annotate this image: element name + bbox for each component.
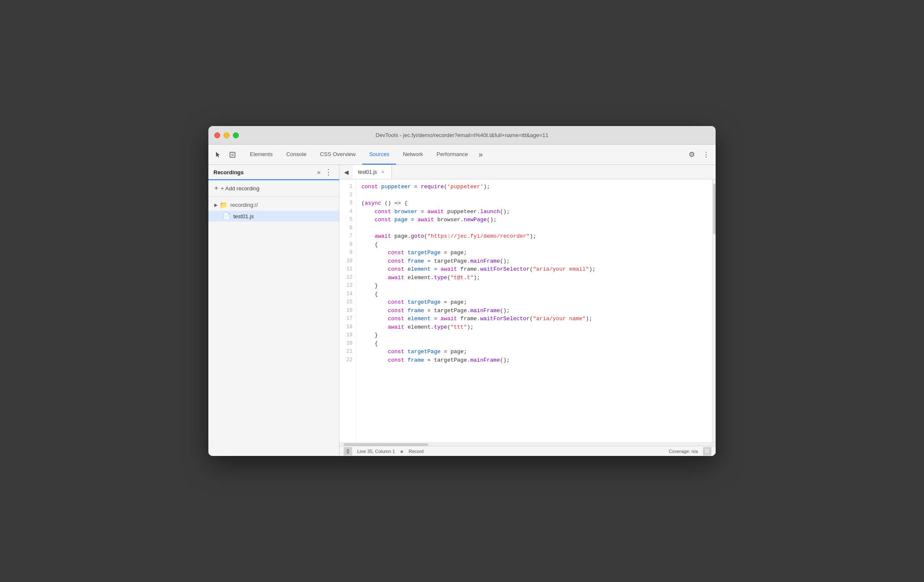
minimize-button[interactable]: [224, 132, 230, 138]
sidebar-header: Recordings » ⋮: [208, 165, 339, 180]
tab-css-overview[interactable]: CSS Overview: [313, 145, 363, 165]
line-numbers: 12345 678910 1112131415 1617181920 2122: [339, 179, 356, 442]
sidebar-expand-button[interactable]: »: [314, 168, 323, 176]
code-editor[interactable]: 12345 678910 1112131415 1617181920 2122 …: [339, 179, 716, 442]
vertical-scrollbar[interactable]: [712, 179, 716, 442]
cursor-position: Line 35, Column 1: [357, 449, 395, 454]
record-dot: ●: [400, 448, 403, 455]
tree-folder-recording[interactable]: ▶ 📁 recording://: [208, 199, 339, 211]
more-options-button[interactable]: ⋮: [700, 148, 712, 161]
folder-name: recording://: [230, 202, 258, 208]
record-label[interactable]: Record: [409, 449, 424, 454]
add-recording-button[interactable]: + + Add recording: [208, 180, 339, 197]
code-line-14: {: [361, 290, 712, 299]
code-line-6: [361, 224, 712, 233]
tree-file-test01[interactable]: 📄 test01.js: [208, 211, 339, 222]
hscroll-thumb[interactable]: [344, 443, 428, 446]
tab-elements[interactable]: Elements: [243, 145, 279, 165]
code-line-9: const targetPage = page;: [361, 249, 712, 257]
toolbar-icons: [212, 148, 239, 161]
code-line-18: await element.type("ttt");: [361, 323, 712, 332]
folder-chevron-icon: ▶: [214, 203, 218, 207]
code-line-5: const page = await browser.newPage();: [361, 216, 712, 224]
tab-network[interactable]: Network: [396, 145, 430, 165]
sidebar-title: Recordings: [213, 169, 314, 176]
code-line-8: {: [361, 241, 712, 249]
svg-rect-1: [231, 154, 234, 156]
sidebar-menu-button[interactable]: ⋮: [323, 167, 334, 178]
scroll-thumb[interactable]: [713, 184, 716, 234]
horizontal-scrollbar[interactable]: [339, 442, 716, 446]
tab-console[interactable]: Console: [279, 145, 313, 165]
code-panel: ◀ test01.js × 12345 678910 1112131415 16…: [339, 165, 716, 456]
code-line-20: {: [361, 340, 712, 348]
more-tabs-button[interactable]: »: [475, 149, 487, 161]
inspect-icon[interactable]: [226, 148, 239, 161]
code-nav-back-button[interactable]: ◀: [340, 166, 352, 178]
code-line-16: const frame = targetPage.mainFrame();: [361, 307, 712, 315]
code-tab-filename: test01.js: [358, 169, 377, 175]
close-button[interactable]: [214, 132, 220, 138]
code-line-7: await page.goto("https://jec.fyi/demo/re…: [361, 232, 712, 241]
tab-performance[interactable]: Performance: [430, 145, 475, 165]
maximize-button[interactable]: [233, 132, 239, 138]
tab-navigation: Elements Console CSS Overview Sources Ne…: [243, 145, 684, 165]
format-button[interactable]: {}: [344, 447, 352, 456]
cursor-icon[interactable]: [212, 148, 224, 161]
devtools-window: DevTools - jec.fyi/demo/recorder?email=t…: [208, 126, 716, 456]
file-icon: 📄: [223, 212, 231, 220]
file-name: test01.js: [233, 213, 254, 220]
code-line-21: const targetPage = page;: [361, 348, 712, 356]
sidebar: Recordings » ⋮ + + Add recording ▶ 📁 rec…: [208, 165, 339, 456]
status-bar-right: Coverage: n/a ⬜: [669, 447, 711, 456]
code-line-15: const targetPage = page;: [361, 298, 712, 307]
code-line-2: [361, 191, 712, 200]
coverage-label: Coverage: n/a: [669, 449, 698, 454]
code-line-12: await element.type("t@t.t");: [361, 274, 712, 282]
code-tab-close-button[interactable]: ×: [380, 169, 386, 176]
code-line-13: }: [361, 282, 712, 290]
toolbar-right: ⚙ ⋮: [685, 148, 712, 161]
code-line-11: const element = await frame.waitForSelec…: [361, 265, 712, 274]
tab-sources[interactable]: Sources: [362, 145, 396, 165]
add-recording-label: + Add recording: [221, 185, 259, 192]
main-content: Recordings » ⋮ + + Add recording ▶ 📁 rec…: [208, 165, 716, 456]
code-line-17: const element = await frame.waitForSelec…: [361, 315, 712, 323]
settings-button[interactable]: ⚙: [685, 148, 698, 161]
folder-icon: 📁: [219, 201, 228, 209]
code-tabs: ◀ test01.js ×: [339, 165, 716, 179]
status-bar: {} Line 35, Column 1 ● Record Coverage: …: [339, 446, 716, 456]
code-line-1: const puppeteer = require('puppeteer');: [361, 183, 712, 191]
code-tab-test01[interactable]: test01.js ×: [353, 165, 392, 179]
file-tree: ▶ 📁 recording:// 📄 test01.js: [208, 197, 339, 456]
toolbar: Elements Console CSS Overview Sources Ne…: [208, 145, 716, 165]
code-line-4: const browser = await puppeteer.launch()…: [361, 208, 712, 216]
code-line-22: const frame = targetPage.mainFrame();: [361, 356, 712, 365]
traffic-lights: [214, 132, 239, 138]
code-content: const puppeteer = require('puppeteer'); …: [356, 179, 712, 442]
titlebar: DevTools - jec.fyi/demo/recorder?email=t…: [208, 126, 716, 145]
screenshot-button[interactable]: ⬜: [703, 447, 711, 456]
window-title: DevTools - jec.fyi/demo/recorder?email=t…: [376, 132, 549, 138]
add-icon: +: [214, 184, 218, 192]
code-line-10: const frame = targetPage.mainFrame();: [361, 257, 712, 266]
code-line-3: (async () => {: [361, 199, 712, 208]
code-line-19: }: [361, 331, 712, 340]
